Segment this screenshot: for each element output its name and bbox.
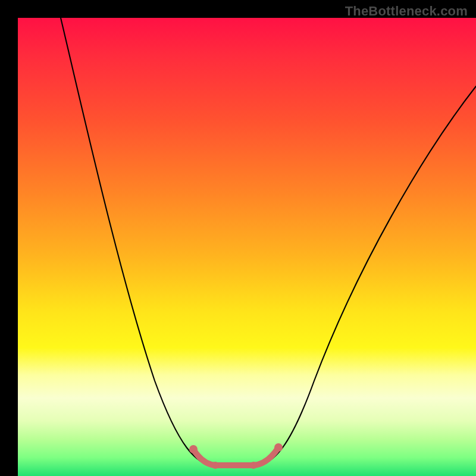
optimal-range-end-dot (274, 443, 283, 452)
bottleneck-curve-svg (18, 18, 476, 476)
optimal-range-mid-dot-1 (212, 462, 219, 469)
bottleneck-curve (61, 18, 476, 465)
plot-area (18, 18, 476, 476)
optimal-range-mid-dot-2 (250, 462, 257, 469)
watermark-text: TheBottleneck.com (345, 4, 468, 19)
chart-frame: TheBottleneck.com (0, 0, 476, 476)
optimal-range-start-dot (189, 445, 198, 453)
optimal-range-highlight (193, 447, 278, 465)
